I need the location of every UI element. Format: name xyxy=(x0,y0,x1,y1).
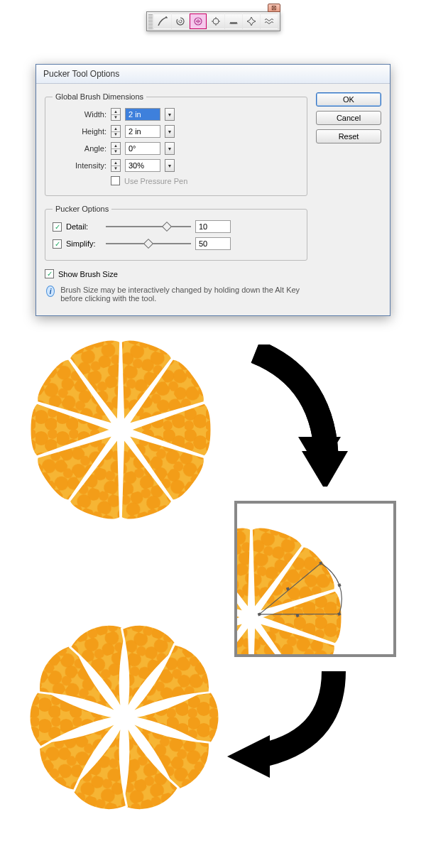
toolbar-handle[interactable] xyxy=(148,13,153,29)
crystallize-icon xyxy=(246,16,257,27)
show-brush-checkbox[interactable]: ✓ xyxy=(45,269,54,278)
pucker-icon xyxy=(192,16,204,27)
angle-stepper[interactable]: ▲▼ xyxy=(111,142,121,155)
pucker-tool-button[interactable] xyxy=(190,13,207,29)
scallop-tool-button[interactable] xyxy=(225,13,242,29)
reset-button[interactable]: Reset xyxy=(316,129,381,143)
detail-label: Detail: xyxy=(66,222,102,231)
info-text: Brush Size may be interactively changed … xyxy=(60,286,306,303)
arrow-down-right xyxy=(234,345,348,487)
width-label: Width: xyxy=(53,110,106,119)
show-brush-label: Show Brush Size xyxy=(58,270,118,278)
intensity-label: Intensity: xyxy=(53,161,106,170)
simplify-slider[interactable] xyxy=(106,239,191,249)
scallop-icon xyxy=(228,16,239,27)
detail-slider[interactable] xyxy=(106,222,191,232)
height-input[interactable]: 2 in xyxy=(125,125,160,138)
svg-point-1 xyxy=(213,18,219,24)
angle-input[interactable]: 0° xyxy=(125,142,160,155)
detail-input[interactable]: 10 xyxy=(195,220,231,233)
warp-tool-button[interactable] xyxy=(154,13,171,29)
height-label: Height: xyxy=(53,127,106,136)
detail-checkbox[interactable]: ✓ xyxy=(53,222,62,232)
svg-marker-13 xyxy=(227,735,270,778)
illustration-area xyxy=(0,330,426,842)
intensity-input[interactable]: 30% xyxy=(125,159,160,172)
simplify-input[interactable]: 50 xyxy=(195,237,231,250)
height-stepper[interactable]: ▲▼ xyxy=(111,125,121,138)
width-stepper[interactable]: ▲▼ xyxy=(111,108,121,121)
ok-button[interactable]: OK xyxy=(316,92,381,107)
angle-label: Angle: xyxy=(53,144,106,153)
svg-marker-6 xyxy=(302,451,348,487)
bloat-tool-button[interactable] xyxy=(207,13,224,29)
pucker-tool-options-dialog: Pucker Tool Options Global Brush Dimensi… xyxy=(36,64,390,316)
twirl-tool-button[interactable] xyxy=(172,13,189,29)
pressure-checkbox xyxy=(111,176,120,185)
pucker-options-group: Pucker Options ✓ Detail: 10 ✓ Simplify: xyxy=(45,205,307,261)
warp-icon xyxy=(157,16,168,27)
cancel-button[interactable]: Cancel xyxy=(316,111,381,125)
height-dropdown[interactable]: ▼ xyxy=(165,125,175,138)
intensity-stepper[interactable]: ▲▼ xyxy=(111,159,121,172)
detail-inset xyxy=(234,501,396,657)
orange-slice-before xyxy=(21,330,220,529)
svg-rect-9 xyxy=(337,583,341,587)
dialog-titlebar[interactable]: Pucker Tool Options xyxy=(36,65,390,84)
twirl-icon xyxy=(175,16,186,27)
info-icon: i xyxy=(46,286,55,297)
intensity-dropdown[interactable]: ▼ xyxy=(165,159,175,172)
global-brush-dimensions-group: Global Brush Dimensions Width: ▲▼ 2 in ▼… xyxy=(45,92,307,196)
width-dropdown[interactable]: ▼ xyxy=(165,108,175,121)
toolbar-close-button[interactable]: ⊠ xyxy=(268,4,280,12)
arrow-down-left xyxy=(227,664,348,778)
width-input[interactable]: 2 in xyxy=(125,108,160,121)
simplify-checkbox[interactable]: ✓ xyxy=(53,239,62,249)
wrinkle-icon xyxy=(263,16,275,27)
orange-slice-after xyxy=(21,614,227,820)
pucker-legend: Pucker Options xyxy=(53,205,111,213)
bloat-icon xyxy=(210,16,222,27)
wrinkle-tool-button[interactable] xyxy=(261,13,278,29)
liquify-toolbar: ⊠ xyxy=(146,11,280,31)
dialog-title: Pucker Tool Options xyxy=(43,69,119,79)
pressure-label: Use Pressure Pen xyxy=(124,177,187,185)
angle-dropdown[interactable]: ▼ xyxy=(165,142,175,155)
brush-legend: Global Brush Dimensions xyxy=(53,92,146,101)
crystallize-tool-button[interactable] xyxy=(243,13,260,29)
simplify-label: Simplify: xyxy=(66,239,102,248)
